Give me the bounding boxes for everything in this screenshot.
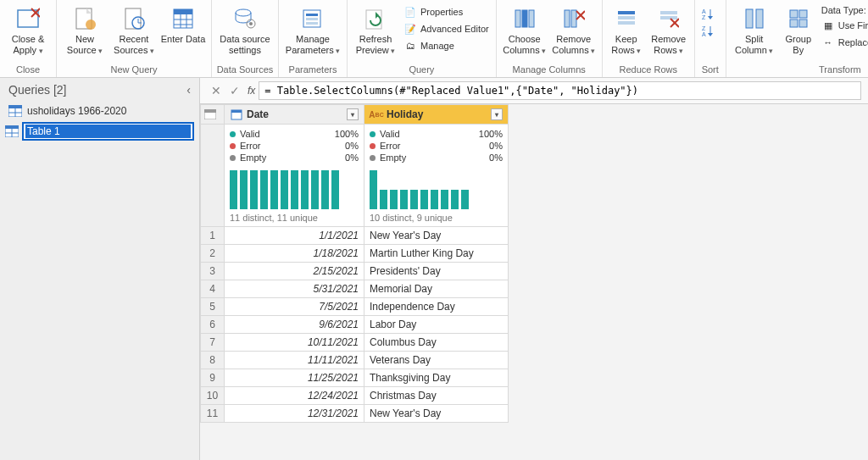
svg-rect-34 xyxy=(618,21,635,25)
svg-rect-58 xyxy=(5,125,19,129)
query-item-usholidays[interactable]: usholidays 1966-2020 xyxy=(0,102,199,120)
remove-rows-button[interactable]: Remove Rows xyxy=(647,2,691,60)
remove-columns-button[interactable]: Remove Columns xyxy=(549,2,598,60)
table-row[interactable]: 710/11/2021Columbus Day xyxy=(201,334,509,352)
enter-data-button[interactable]: Enter Data xyxy=(159,2,208,48)
cell-date[interactable]: 11/25/2021 xyxy=(225,369,364,387)
cell-date[interactable]: 12/24/2021 xyxy=(225,387,364,405)
cell-holiday[interactable]: Christmas Day xyxy=(364,387,509,405)
cell-holiday[interactable]: Thanksgiving Day xyxy=(364,369,509,387)
svg-point-5 xyxy=(86,19,96,30)
keep-rows-button[interactable]: Keep Rows xyxy=(606,2,647,60)
svg-text:A: A xyxy=(702,8,706,14)
cell-holiday[interactable]: Presidents' Day xyxy=(364,263,509,280)
data-type-button[interactable]: Data Type: Text xyxy=(818,3,868,17)
choose-columns-icon xyxy=(514,8,536,30)
ribbon-group-sort: AZ ZA Sort xyxy=(695,0,726,77)
column-filter-button[interactable]: ▾ xyxy=(347,108,359,120)
cell-date[interactable]: 12/31/2021 xyxy=(225,405,364,423)
row-number[interactable]: 7 xyxy=(201,334,225,352)
advanced-editor-button[interactable]: 📝Advanced Editor xyxy=(400,20,492,37)
svg-rect-21 xyxy=(306,18,318,20)
replace-values-button[interactable]: ↔Replace Values xyxy=(818,34,868,51)
table-row[interactable]: 11/1/2021New Year's Day xyxy=(201,227,509,245)
cell-holiday[interactable]: Veterans Day xyxy=(364,352,509,369)
row-number[interactable]: 4 xyxy=(201,280,225,298)
cell-holiday[interactable]: New Year's Day xyxy=(364,405,509,423)
accept-formula-button[interactable]: ✓ xyxy=(225,84,244,97)
queries-title: Queries [2] xyxy=(8,83,66,97)
cell-date[interactable]: 11/11/2021 xyxy=(225,352,364,369)
first-row-headers-button[interactable]: ▦Use First Row as Headers xyxy=(818,17,868,34)
column-header-holiday[interactable]: ABC Holiday ▾ xyxy=(364,105,509,125)
column-header-date[interactable]: Date ▾ xyxy=(225,105,364,125)
svg-rect-51 xyxy=(790,19,798,27)
new-source-button[interactable]: New Source xyxy=(60,2,109,60)
cell-date[interactable]: 2/15/2021 xyxy=(225,263,364,280)
sort-asc-button[interactable]: AZ xyxy=(700,5,721,22)
sort-desc-button[interactable]: ZA xyxy=(700,22,721,39)
svg-point-16 xyxy=(236,9,251,16)
row-number[interactable]: 2 xyxy=(201,245,225,263)
row-number[interactable]: 10 xyxy=(201,387,225,405)
cell-holiday[interactable]: Labor Day xyxy=(364,316,509,334)
table-icon xyxy=(8,105,22,117)
collapse-pane-button[interactable]: ‹ xyxy=(186,83,191,97)
table-row[interactable]: 911/25/2021Thanksgiving Day xyxy=(201,369,509,387)
cell-date[interactable]: 9/6/2021 xyxy=(225,316,364,334)
content-area: ✕ ✓ fx Date ▾ xyxy=(200,78,868,460)
cell-holiday[interactable]: Columbus Day xyxy=(364,334,509,352)
date-type-icon[interactable] xyxy=(230,108,243,121)
split-column-button[interactable]: Split Column xyxy=(730,2,779,60)
table-icon xyxy=(5,125,19,137)
group-by-button[interactable]: Group By xyxy=(779,2,818,59)
column-filter-button[interactable]: ▾ xyxy=(491,108,503,120)
refresh-preview-button[interactable]: Refresh Preview xyxy=(351,2,400,60)
data-grid[interactable]: Date ▾ ABC Holiday ▾ xyxy=(200,104,868,460)
properties-icon: 📄 xyxy=(403,5,417,19)
table-row[interactable]: 21/18/2021Martin Luther King Day xyxy=(201,245,509,263)
row-number[interactable]: 1 xyxy=(201,227,225,245)
row-number[interactable]: 5 xyxy=(201,298,225,316)
svg-rect-29 xyxy=(571,10,576,27)
choose-columns-button[interactable]: Choose Columns xyxy=(500,2,549,60)
query-rename-input[interactable] xyxy=(25,125,191,138)
table-row[interactable]: 69/6/2021Labor Day xyxy=(201,316,509,334)
row-number[interactable]: 9 xyxy=(201,369,225,387)
row-number[interactable]: 6 xyxy=(201,316,225,334)
table-row[interactable]: 45/31/2021Memorial Day xyxy=(201,280,509,298)
cell-date[interactable]: 1/18/2021 xyxy=(225,245,364,263)
cell-holiday[interactable]: Memorial Day xyxy=(364,280,509,298)
manage-button[interactable]: 🗂Manage xyxy=(400,37,492,54)
table-row[interactable]: 1112/31/2021New Year's Day xyxy=(201,405,509,423)
cell-holiday[interactable]: New Year's Day xyxy=(364,227,509,245)
recent-sources-button[interactable]: Recent Sources xyxy=(109,2,159,60)
table-row[interactable]: 57/5/2021Independence Day xyxy=(201,298,509,316)
table-row[interactable]: 32/15/2021Presidents' Day xyxy=(201,263,509,280)
cancel-formula-button[interactable]: ✕ xyxy=(207,84,225,97)
ribbon-group-manage-columns: Choose Columns Remove Columns Manage Col… xyxy=(497,0,603,77)
cell-date[interactable]: 5/31/2021 xyxy=(225,280,364,298)
text-type-icon[interactable]: ABC xyxy=(370,108,383,121)
row-number[interactable]: 3 xyxy=(201,263,225,280)
cell-date[interactable]: 1/1/2021 xyxy=(225,227,364,245)
svg-point-18 xyxy=(249,22,253,25)
close-and-apply-button[interactable]: Close & Apply xyxy=(3,2,53,60)
ribbon-group-close: Close & Apply Close xyxy=(0,0,57,77)
row-number[interactable]: 11 xyxy=(201,405,225,423)
cell-holiday[interactable]: Independence Day xyxy=(364,298,509,316)
properties-button[interactable]: 📄Properties xyxy=(400,3,492,20)
query-item-editing[interactable] xyxy=(0,120,199,142)
table-row[interactable]: 811/11/2021Veterans Day xyxy=(201,352,509,369)
formula-input[interactable] xyxy=(259,81,861,100)
cell-date[interactable]: 7/5/2021 xyxy=(225,298,364,316)
svg-rect-33 xyxy=(618,16,635,19)
table-row[interactable]: 1012/24/2021Christmas Day xyxy=(201,387,509,405)
manage-parameters-button[interactable]: Manage Parameters xyxy=(282,2,343,60)
queries-pane: Queries [2] ‹ usholidays 1966-2020 xyxy=(0,78,200,460)
table-corner[interactable] xyxy=(201,105,225,125)
row-number[interactable]: 8 xyxy=(201,352,225,369)
cell-holiday[interactable]: Martin Luther King Day xyxy=(364,245,509,263)
cell-date[interactable]: 10/11/2021 xyxy=(225,334,364,352)
data-source-settings-button[interactable]: Data source settings xyxy=(215,2,275,59)
